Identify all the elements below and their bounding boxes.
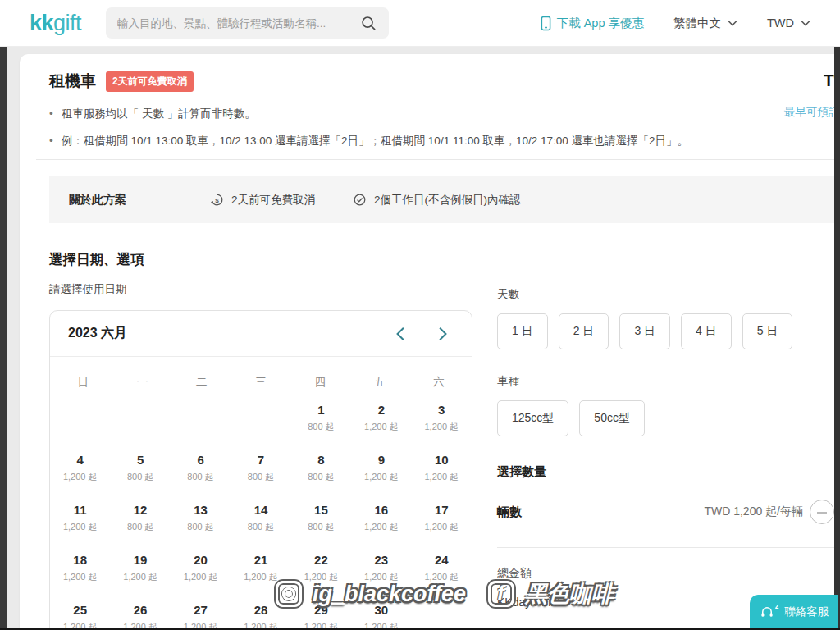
calendar-day-cell[interactable]: 14800 起 [231, 493, 290, 543]
vehicle-option-50cc[interactable]: 50cc型 [579, 400, 645, 436]
calendar-day-number: 19 [134, 553, 148, 567]
chevron-down-icon [728, 20, 737, 26]
calendar-day-number: 17 [435, 503, 449, 517]
currency-selector[interactable]: TWD [767, 16, 810, 30]
calendar-weekday-row: 日一二三四五六 [50, 357, 472, 393]
vehicle-option-125cc[interactable]: 125cc型 [497, 400, 568, 436]
calendar-day-cell[interactable]: 41,200 起 [50, 443, 110, 493]
calendar-day-cell[interactable]: 201,200 起 [171, 543, 231, 593]
calendar-day-number: 16 [375, 503, 389, 517]
calendar-day-number: 15 [314, 503, 328, 517]
calendar-day-number: 26 [134, 603, 148, 617]
bullet-icon: • [49, 133, 53, 149]
language-selector[interactable]: 繁體中文 [673, 16, 737, 31]
calendar-next-button[interactable] [436, 326, 449, 341]
refund-icon: $ [210, 193, 224, 207]
calendar-day-number: 25 [73, 603, 87, 617]
unit-price: TWD 1,200 起/每輛 [704, 504, 803, 519]
calendar-day-cell[interactable]: 1800 起 [291, 393, 351, 443]
calendar-empty-cell [110, 393, 170, 443]
day-option-2[interactable]: 2 日 [559, 313, 609, 349]
calendar-day-cell[interactable]: 8800 起 [291, 443, 351, 493]
day-option-3[interactable]: 3 日 [619, 313, 670, 349]
about-item-cancel: $ 2天前可免費取消 [210, 193, 315, 208]
calendar-weekday: 三 [231, 375, 290, 390]
brand-logo[interactable]: kkgift [30, 11, 81, 36]
chevron-down-icon [801, 20, 810, 26]
vehicle-options-row: 125cc型 50cc型 [497, 400, 834, 436]
search-input[interactable] [117, 17, 360, 30]
vehicle-label: 車種 [497, 374, 834, 389]
day-option-1[interactable]: 1 日 [497, 313, 548, 349]
calendar-prev-button[interactable] [395, 326, 407, 341]
calendar-day-number: 1 [317, 403, 324, 417]
calendar-day-cell[interactable]: 6800 起 [171, 443, 231, 493]
calendar-day-price: 1,200 起 [244, 571, 278, 583]
calendar-day-cell[interactable]: 5800 起 [110, 443, 170, 493]
note-item: •租車服務均以「 天數 」計算而非時數。 [49, 106, 834, 122]
calendar-day-cell[interactable]: 181,200 起 [50, 543, 110, 593]
divider [36, 159, 834, 160]
calendar-day-price: 1,200 起 [184, 621, 218, 628]
days-label: 天數 [497, 287, 834, 302]
download-app-link[interactable]: 下載 App 享優惠 [541, 16, 644, 31]
calendar-day-cell[interactable]: 111,200 起 [50, 493, 110, 543]
calendar-day-price: 800 起 [187, 471, 213, 483]
calendar-day-cell[interactable]: 251,200 起 [50, 593, 110, 628]
currency-label: TWD [767, 16, 794, 30]
unit-label: 輛數 [497, 504, 522, 520]
calendar-day-price: 800 起 [127, 471, 153, 483]
calendar-day-price: 1,200 起 [364, 471, 399, 483]
calendar-day-price: 800 起 [308, 521, 334, 533]
date-picker-label: 請選擇使用日期 [49, 282, 472, 297]
calendar-day-cell[interactable]: 161,200 起 [351, 493, 411, 543]
search-icon[interactable] [360, 15, 377, 32]
facebook-icon [488, 581, 514, 607]
quantity-decrease-button[interactable] [810, 500, 834, 524]
calendar-day-number: 4 [77, 453, 84, 467]
calendar-day-number: 14 [254, 503, 268, 517]
calendar-day-cell[interactable]: 13800 起 [171, 493, 231, 543]
calendar-day-price: 1,200 起 [364, 621, 399, 628]
watermark-instagram-text: ig_blackcoffee [313, 582, 466, 607]
calendar-day-number: 9 [378, 453, 385, 467]
calendar-day-cell[interactable]: 21,200 起 [351, 393, 411, 443]
calendar-day-cell[interactable]: 31,200 起 [412, 393, 472, 443]
calendar-day-cell[interactable]: 191,200 起 [110, 543, 170, 593]
bullet-icon: • [49, 106, 53, 122]
language-label: 繁體中文 [673, 16, 721, 31]
calendar-day-cell[interactable]: 15800 起 [291, 493, 351, 543]
calendar-day-number: 23 [375, 553, 389, 567]
page: kkgift 下載 App 享優惠 繁體中文 [0, 0, 840, 630]
earliest-booking-label: 最早可預訂日 [784, 105, 840, 120]
calendar-day-cell[interactable]: 171,200 起 [412, 493, 472, 543]
calendar-day-price: 800 起 [248, 521, 274, 533]
calendar-week-row: 41,200 起5800 起6800 起7800 起8800 起91,200 起… [50, 443, 472, 493]
calendar-day-price: 1,200 起 [123, 571, 158, 583]
calendar-day-cell[interactable]: 7800 起 [231, 443, 290, 493]
calendar-day-price: 1,200 起 [364, 421, 399, 433]
about-plan-label: 關於此方案 [69, 193, 210, 208]
day-option-4[interactable]: 4 日 [681, 313, 732, 349]
window-frame-right [834, 47, 840, 630]
download-app-label: 下載 App 享優惠 [557, 16, 644, 31]
calendar-day-cell[interactable]: 261,200 起 [110, 593, 170, 628]
calendar-weekday: 五 [349, 375, 409, 390]
calendar-week-row: 1800 起21,200 起31,200 起 [50, 393, 472, 443]
calendar-day-price: 1,200 起 [424, 471, 459, 483]
calendar-weekday: 六 [409, 375, 468, 390]
page-title: 租機車 [49, 71, 96, 92]
calendar-header: 2023 六月 [50, 311, 472, 357]
headset-icon [760, 605, 774, 619]
calendar-day-cell[interactable]: 12800 起 [110, 493, 170, 543]
day-option-5[interactable]: 5 日 [742, 313, 793, 349]
calendar-day-cell[interactable]: 271,200 起 [171, 593, 231, 628]
calendar-day-cell[interactable]: 91,200 起 [351, 443, 411, 493]
logo-gift: gift [53, 11, 81, 35]
calendar-day-cell[interactable]: 101,200 起 [412, 443, 472, 493]
section-title-options: 選擇日期、選項 [49, 251, 834, 269]
calendar-weekday: 四 [290, 375, 349, 390]
calendar-day-number: 11 [74, 503, 87, 517]
contact-support-button[interactable]: z 聯絡客服 [750, 595, 838, 628]
sleep-z-icon: z [775, 602, 779, 610]
